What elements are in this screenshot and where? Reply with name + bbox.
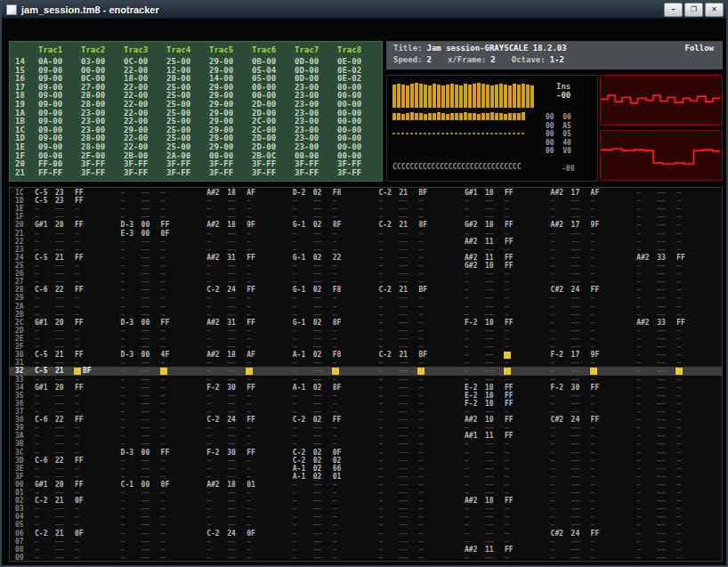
order-cell[interactable]: 00-00: [337, 91, 380, 100]
pattern-cell[interactable]: ————: [293, 197, 376, 205]
pattern-cell[interactable]: ————: [636, 473, 720, 481]
pattern-cell[interactable]: G#120FF: [35, 384, 118, 392]
order-row[interactable]: 1D09-0028-0022-0025-0029-002D-0023-0000-…: [15, 134, 382, 142]
pattern-cell[interactable]: G#210FF: [465, 262, 548, 270]
pattern-cell[interactable]: ————: [636, 424, 720, 432]
envelope-bar[interactable]: [522, 84, 525, 108]
pattern-cell[interactable]: ————: [551, 254, 635, 262]
order-cell[interactable]: 0D-00: [295, 74, 337, 83]
maximize-button[interactable]: ❐: [684, 3, 703, 17]
pattern-cell[interactable]: ————: [121, 538, 205, 546]
pattern-cell[interactable]: ————: [121, 205, 205, 213]
pattern-cell[interactable]: ————: [206, 489, 290, 497]
pattern-cell[interactable]: C-523FF: [35, 197, 118, 205]
minimize-button[interactable]: –: [664, 3, 683, 17]
pattern-cell[interactable]: ————: [293, 238, 376, 246]
pattern-row[interactable]: 38C-622FF————C-224FFC-202FF————A#210FFC#…: [10, 416, 722, 424]
pattern-row[interactable]: 3B————————————————————————————————: [10, 440, 722, 448]
envelope-bar[interactable]: [455, 85, 458, 108]
pattern-cell[interactable]: ————: [551, 538, 635, 546]
pattern-row[interactable]: 08————————————————————A#211FF————————: [10, 546, 722, 554]
pattern-cell[interactable]: C#224FF: [551, 416, 635, 424]
pattern-cell[interactable]: ————: [465, 246, 548, 254]
pattern-cell[interactable]: ————: [465, 505, 548, 513]
pattern-cell[interactable]: ————: [465, 521, 548, 529]
envelope-bar[interactable]: [513, 113, 516, 120]
envelope-bar[interactable]: [504, 85, 507, 108]
pattern-cell[interactable]: ————: [378, 197, 462, 205]
pattern-cell[interactable]: ————: [636, 189, 720, 197]
envelope-bar[interactable]: [419, 113, 423, 120]
order-row[interactable]: 1909-0028-0022-0025-0029-002D-0023-0000-…: [15, 100, 382, 109]
pattern-cell[interactable]: ————: [551, 521, 635, 529]
pattern-cell[interactable]: ————: [35, 294, 118, 302]
pattern-cell[interactable]: ————: [636, 270, 720, 278]
pattern-cell[interactable]: ————: [121, 343, 205, 351]
pattern-cell[interactable]: ————: [551, 457, 635, 465]
pattern-cell[interactable]: ————: [465, 230, 548, 238]
pattern-cell[interactable]: ————: [636, 303, 720, 311]
pattern-cell[interactable]: C-221BF: [378, 189, 462, 197]
pattern-cell[interactable]: ————: [121, 376, 205, 384]
envelope-bar[interactable]: [406, 85, 409, 108]
envelope-bar[interactable]: [473, 84, 476, 108]
pattern-row[interactable]: 2B————————————————————————————————: [10, 311, 722, 319]
order-cell[interactable]: 23-00: [295, 126, 337, 134]
pattern-cell[interactable]: ————: [636, 343, 720, 351]
order-cell[interactable]: 23-00: [81, 117, 124, 126]
pattern-cell[interactable]: ————: [293, 278, 376, 286]
pattern-cell[interactable]: ————: [206, 343, 290, 351]
order-cell[interactable]: 28-00: [81, 91, 124, 100]
pattern-cell[interactable]: ————: [636, 505, 720, 513]
pattern-cell[interactable]: ————: [636, 554, 720, 562]
order-cell[interactable]: 05-00: [252, 74, 295, 83]
order-cell[interactable]: 22-00: [124, 109, 166, 117]
pattern-cell[interactable]: ————: [378, 538, 462, 546]
pattern-cell[interactable]: ————: [293, 424, 376, 432]
pattern-cell[interactable]: ————: [551, 294, 635, 302]
pattern-cell[interactable]: ————: [551, 335, 635, 343]
order-cell[interactable]: 3F-FF: [81, 159, 124, 168]
order-cell[interactable]: 00-00: [337, 117, 380, 126]
pattern-cell[interactable]: ————: [378, 213, 462, 221]
pattern-cell[interactable]: A#233FF: [636, 319, 720, 327]
pattern-cell[interactable]: ————: [293, 400, 376, 408]
order-cell[interactable]: 25-00: [166, 117, 209, 126]
pattern-cell[interactable]: ————: [551, 359, 635, 367]
pattern-row[interactable]: 39————————————————————————————————: [10, 424, 722, 432]
pattern-cell[interactable]: E-210FF: [465, 384, 548, 392]
pattern-cell[interactable]: ————: [293, 359, 376, 367]
pattern-cell[interactable]: ————: [293, 367, 376, 375]
pattern-cell[interactable]: ————: [35, 473, 118, 481]
pattern-row[interactable]: 2E————————————————————————————————: [10, 335, 722, 343]
pattern-row[interactable]: 1E————————————————————————————————: [10, 205, 722, 213]
order-row[interactable]: 1A09-0023-0022-0025-0029-002D-0023-0000-…: [15, 109, 382, 117]
pattern-cell[interactable]: ————: [465, 465, 548, 473]
pattern-cell[interactable]: ————: [465, 205, 548, 213]
order-cell[interactable]: 2B-0C: [252, 151, 295, 160]
close-button[interactable]: ✕: [705, 3, 724, 17]
order-cell[interactable]: 23-00: [81, 126, 124, 134]
pattern-cell[interactable]: ————: [551, 473, 635, 481]
pattern-cell[interactable]: ————: [378, 262, 462, 270]
pattern-cell[interactable]: A-1028F: [293, 384, 376, 392]
order-row[interactable]: 1509-0000-0022-0012-0029-0005-040D-000E-…: [15, 66, 382, 75]
envelope-bar[interactable]: [504, 114, 507, 120]
envelope-bar[interactable]: [433, 84, 436, 108]
pattern-row[interactable]: 06C-2210F————C-2240F————————————C#224FF—…: [10, 530, 722, 538]
order-cell[interactable]: 29-00: [209, 83, 252, 92]
envelope-bar[interactable]: [450, 113, 454, 120]
pattern-cell[interactable]: ————: [121, 408, 205, 416]
pattern-cell[interactable]: ————: [551, 497, 635, 505]
pattern-cell[interactable]: ————: [378, 311, 462, 319]
pattern-row[interactable]: 2D————————————————————————————————: [10, 327, 722, 335]
pattern-cell[interactable]: C-2020F: [293, 449, 376, 457]
order-cell[interactable]: 00-00: [252, 83, 295, 92]
pattern-cell[interactable]: ————: [206, 376, 290, 384]
order-cell[interactable]: 25-00: [166, 126, 209, 134]
pattern-cell[interactable]: ————: [465, 449, 548, 457]
pattern-row[interactable]: 3DC-622FF————————C-20202————————————————: [10, 457, 722, 465]
envelope-bar[interactable]: [401, 85, 405, 108]
pattern-cell[interactable]: ————: [206, 246, 290, 254]
pattern-cell[interactable]: A#211FF: [465, 546, 548, 554]
